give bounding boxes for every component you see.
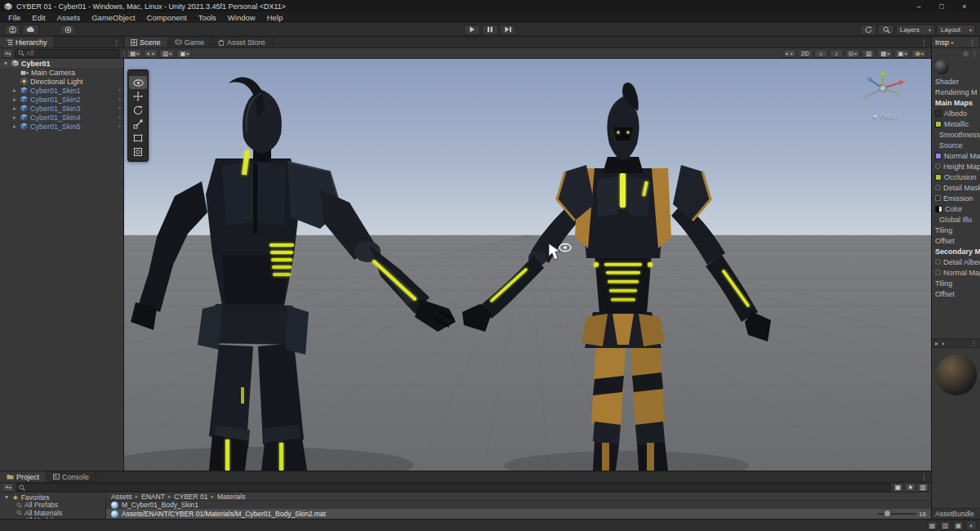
favorites-header[interactable]: ▼ ★ Favorites: [0, 493, 105, 502]
menu-window[interactable]: Window: [222, 12, 261, 23]
grid-visibility-dropdown[interactable]: ▦ ▾: [877, 49, 893, 58]
scene-lighting-toggle[interactable]: ☼: [814, 49, 828, 58]
breadcrumb-enant[interactable]: ENANT: [141, 493, 165, 501]
tab-hierarchy[interactable]: Hierarchy: [0, 37, 55, 47]
menu-tools[interactable]: Tools: [193, 12, 222, 23]
transform-tool-button[interactable]: [129, 145, 147, 158]
breadcrumb-cyber01[interactable]: CYBER 01: [174, 493, 207, 501]
hierarchy-item-main-camera[interactable]: Main Camera: [0, 68, 123, 77]
minimize-button[interactable]: –: [907, 0, 930, 12]
layers-dropdown[interactable]: Layers ▾: [896, 25, 935, 35]
menu-file[interactable]: File: [2, 12, 26, 23]
hierarchy-scene-row[interactable]: ▼ Cyber01: [0, 59, 123, 68]
tool-handle-pivot-button[interactable]: ▥ ▾: [159, 49, 175, 58]
texture-slot-icon[interactable]: [935, 163, 941, 169]
breadcrumb-assets[interactable]: Assets: [111, 493, 132, 501]
scene-viewport[interactable]: · · ·: [124, 59, 931, 471]
projection-mode-label[interactable]: ◄ Persp: [856, 112, 913, 120]
menu-assets[interactable]: Assets: [51, 12, 87, 23]
collapse-arrow-icon[interactable]: ▼: [3, 494, 10, 500]
undo-history-button[interactable]: [860, 25, 876, 35]
asset-item-skin1[interactable]: M_Cyber01_Body_Skin1: [106, 501, 931, 509]
hierarchy-item-cyber01-skin4[interactable]: ▸ Cyber01_Skin4 ›: [0, 113, 123, 122]
prefab-open-arrow-icon[interactable]: ›: [118, 105, 121, 112]
shading-mode-dropdown[interactable]: ◐ ▾: [782, 49, 796, 58]
expand-arrow-icon[interactable]: ▸: [11, 96, 18, 103]
favorite-all-prefabs[interactable]: All Prefabs: [0, 502, 105, 510]
step-button[interactable]: [500, 25, 516, 35]
help-icon[interactable]: ◎: [963, 50, 969, 57]
zoom-slider[interactable]: [878, 513, 915, 515]
detail-mask-field[interactable]: Detail Mask: [932, 182, 980, 193]
texture-slot-icon[interactable]: [935, 185, 941, 190]
panel-menu-icon[interactable]: ⋮: [920, 38, 928, 47]
shaded-wireframe-dropdown[interactable]: ◐ ▾: [144, 49, 158, 58]
smoothness-field[interactable]: Smoothness: [932, 129, 980, 140]
preview-shape-icon[interactable]: ◐: [942, 340, 946, 347]
hierarchy-item-cyber01-skin5[interactable]: ▸ Cyber01_Skin5 ›: [0, 122, 123, 131]
zoom-slider-knob[interactable]: [884, 511, 890, 516]
scene-orientation-gizmo[interactable]: ◄ Persp: [856, 69, 913, 120]
search-by-type-button[interactable]: ▣: [893, 483, 904, 492]
hierarchy-search-input[interactable]: [26, 49, 117, 57]
view-tool-button[interactable]: [129, 76, 147, 89]
secondary-tiling-field[interactable]: Tiling: [932, 278, 980, 288]
prefab-open-arrow-icon[interactable]: ›: [118, 114, 121, 121]
favorite-all-materials[interactable]: All Materials: [0, 509, 105, 517]
expand-preview-icon[interactable]: ▸: [935, 340, 938, 347]
camera-settings-dropdown[interactable]: ▣ ▾: [894, 49, 910, 58]
record-toggle-button[interactable]: [60, 25, 76, 35]
tab-game[interactable]: Game: [168, 37, 212, 47]
panel-menu-icon[interactable]: ⋮: [969, 38, 976, 47]
height-map-field[interactable]: Height Map: [932, 161, 980, 172]
shader-field[interactable]: Shader: [932, 76, 980, 87]
2d-toggle-button[interactable]: 2D: [798, 49, 813, 58]
status-preview-icon[interactable]: ▣: [953, 520, 964, 530]
tiling-field[interactable]: Tiling: [932, 225, 980, 235]
prefab-open-arrow-icon[interactable]: ›: [118, 87, 121, 94]
tab-inspector[interactable]: Insp ▸ ⋮: [932, 37, 980, 47]
move-tool-button[interactable]: [129, 90, 147, 103]
effects-dropdown[interactable]: ◎ ▾: [845, 49, 861, 58]
draw-mode-dropdown[interactable]: ▦ ▾: [127, 49, 142, 58]
panel-menu-icon[interactable]: ⋮: [113, 38, 120, 47]
selected-asset-path-bar[interactable]: Assets/ENANT/CYBER 01/Materials/M_Cyber0…: [106, 509, 931, 519]
assetbundle-field[interactable]: AssetBundle: [932, 508, 980, 519]
project-search-input[interactable]: [27, 484, 888, 492]
menu-component[interactable]: Component: [141, 12, 193, 23]
expand-arrow-icon[interactable]: ▸: [11, 114, 18, 121]
hierarchy-item-cyber01-skin3[interactable]: ▸ Cyber01_Skin3 ›: [0, 104, 123, 113]
emission-checkbox[interactable]: [935, 195, 941, 201]
smoothness-source-field[interactable]: Source: [932, 140, 980, 150]
hidden-packages-button[interactable]: ▥: [917, 483, 929, 492]
secondary-offset-field[interactable]: Offset: [932, 288, 980, 299]
prefab-open-arrow-icon[interactable]: ›: [118, 123, 121, 130]
pause-button[interactable]: [482, 25, 498, 35]
albedo-field[interactable]: Albedo: [932, 108, 980, 118]
secondary-normal-map-field[interactable]: Normal Map: [932, 267, 980, 278]
preview-menu-icon[interactable]: ⋮: [970, 340, 977, 347]
offset-field[interactable]: Offset: [932, 235, 980, 246]
rotate-tool-button[interactable]: [129, 104, 147, 117]
menu-edit[interactable]: Edit: [26, 12, 51, 23]
hidden-objects-toggle[interactable]: ▥: [862, 49, 875, 58]
texture-slot-icon[interactable]: [935, 259, 941, 265]
tab-console[interactable]: Console: [47, 471, 96, 482]
menu-gameobject[interactable]: GameObject: [86, 12, 140, 23]
create-object-button[interactable]: + ▾: [2, 49, 13, 58]
albedo-swatch[interactable]: [935, 110, 942, 117]
metallic-swatch[interactable]: [935, 121, 942, 127]
menu-help[interactable]: Help: [261, 12, 289, 23]
emission-color-swatch[interactable]: [935, 206, 942, 212]
normal-map-field[interactable]: Normal Map: [932, 150, 980, 161]
layout-dropdown[interactable]: Layout ▾: [937, 25, 976, 35]
emission-color-field[interactable]: Color: [932, 203, 980, 214]
panel-menu-icon[interactable]: ⋮: [920, 473, 928, 481]
palette-grip[interactable]: · · ·: [128, 71, 148, 75]
occlusion-swatch[interactable]: [935, 174, 942, 181]
create-asset-button[interactable]: + ▾: [2, 483, 14, 492]
hierarchy-search[interactable]: [15, 49, 120, 58]
status-activity-icon[interactable]: ◐: [966, 520, 977, 530]
account-button[interactable]: [4, 25, 20, 35]
search-button[interactable]: [878, 25, 894, 35]
